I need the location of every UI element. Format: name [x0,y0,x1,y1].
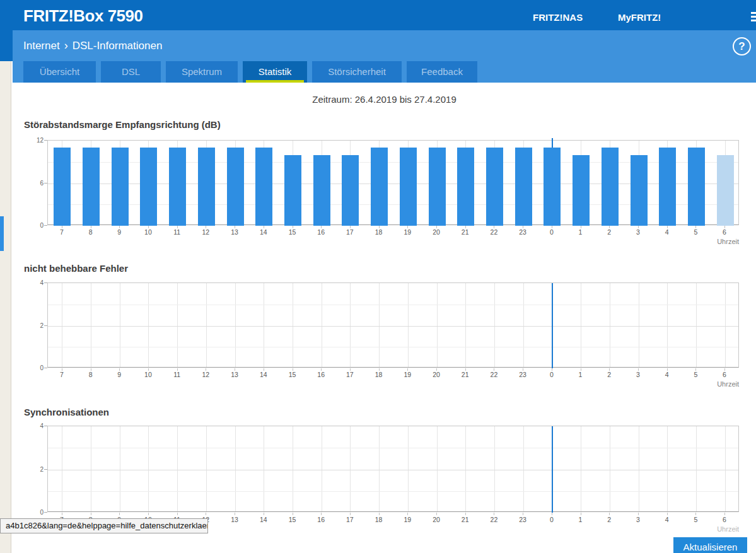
gridline-vertical [552,283,552,367]
x-axis-label: 0 [537,516,566,523]
gridline-vertical [62,283,62,367]
gridline-vertical [552,141,552,224]
gridline-vertical [62,426,62,511]
x-axis-label: 20 [422,371,451,378]
bar [515,148,532,226]
x-axis-tick [667,513,668,515]
x-axis-tick [638,513,639,515]
x-axis-tick [581,226,581,228]
tab-statistik[interactable]: Statistik [243,61,307,83]
x-axis-label: 15 [278,228,307,236]
gridline-vertical [206,283,207,367]
x-axis-label: 20 [422,228,451,236]
x-axis-label: 23 [508,371,537,378]
gridline-horizontal [48,204,738,205]
gridline-vertical [350,426,351,511]
gridline-vertical [235,283,236,367]
x-axis-tick [407,368,408,371]
bar [486,148,503,226]
tab-dsl[interactable]: DSL [101,61,161,83]
x-axis-tick [436,513,437,515]
x-axis-tick [206,226,206,228]
x-axis-unit-label: Uhrzeit [47,238,739,245]
x-axis-label: 3 [624,228,653,236]
help-icon[interactable]: ? [733,37,751,55]
refresh-button[interactable]: Aktualisieren [673,537,747,553]
gridline-vertical [696,426,697,511]
x-axis-tick [465,513,466,515]
gridline-horizontal [48,448,738,448]
bar [198,148,215,226]
x-axis-tick [523,226,523,228]
x-axis-labels: 78910111213141516171819202122230123456 [47,228,739,236]
x-axis-tick [638,226,639,228]
x-axis-tick [350,368,351,371]
x-axis-label: 14 [249,228,278,236]
x-axis-tick [724,368,725,371]
chart-title: Störabstandsmarge Empfangsrichtung (dB) [24,119,221,130]
x-axis-label: 13 [220,516,249,523]
gridline-vertical [235,426,236,511]
gridline-vertical [465,141,466,224]
x-axis-label: 17 [335,371,364,378]
myfritz-link[interactable]: MyFRITZ! [618,12,661,23]
y-axis-label: 4 [27,422,44,429]
x-axis-label: 19 [393,516,422,523]
y-axis-tick [44,426,47,426]
x-axis-tick [609,226,610,228]
plot-area [47,426,739,512]
tab-feedback[interactable]: Feedback [407,61,477,83]
y-axis-tick [44,282,47,283]
day-marker-line [552,426,553,513]
header-bar: FRITZ!Box 7590 FRITZ!NAS MyFRITZ! [0,0,756,30]
gridline-vertical [148,283,149,367]
tab-spektrum[interactable]: Spektrum [166,61,238,83]
x-axis-tick [177,368,178,371]
x-axis-tick [119,368,120,371]
sidebar-item-edge [0,216,4,251]
bar [83,148,100,226]
breadcrumb-section[interactable]: Internet [23,40,60,52]
x-axis-tick [436,368,437,371]
x-axis-tick [293,368,293,371]
tab-stoersicherheit[interactable]: Störsicherheit [312,61,402,83]
x-axis-tick [350,513,351,515]
x-axis-label: 13 [220,228,249,236]
y-axis-tick [44,183,47,183]
bar [429,148,446,226]
x-axis-label: 11 [163,228,192,236]
x-axis-tick [235,368,235,371]
x-axis-label: 18 [364,516,393,523]
x-axis-label: 17 [335,228,364,236]
menu-icon[interactable] [751,12,756,23]
x-axis-label: 19 [393,228,422,236]
gridline-vertical [437,283,438,367]
gridline-horizontal [48,491,738,492]
x-axis-label: 22 [480,371,509,378]
x-axis-tick [638,368,639,371]
x-axis-tick [552,368,552,371]
x-axis-label: 9 [105,371,134,378]
gridline-vertical [91,426,91,511]
gridline-vertical [408,426,409,511]
gridline-vertical [177,141,178,224]
gridline-vertical [610,426,610,511]
gridline-vertical [264,283,264,367]
gridline-vertical [177,426,178,511]
x-axis-label: 13 [220,371,249,378]
x-axis-tick [695,226,696,228]
gridline-vertical [91,141,91,224]
bar [400,148,417,226]
x-axis-label: 23 [508,228,537,236]
x-axis-tick [465,368,466,371]
gridline-vertical [264,141,264,224]
x-axis-label: 22 [480,228,509,236]
x-axis-label: 7 [47,371,76,378]
x-axis-tick [62,226,62,228]
x-axis-tick [436,226,437,228]
fritznas-link[interactable]: FRITZ!NAS [533,12,583,23]
x-axis-labels: 78910111213141516171819202122230123456 [47,371,739,378]
tab-uebersicht[interactable]: Übersicht [23,61,96,83]
x-axis-label: 14 [249,516,278,523]
gridline-vertical [494,426,495,511]
